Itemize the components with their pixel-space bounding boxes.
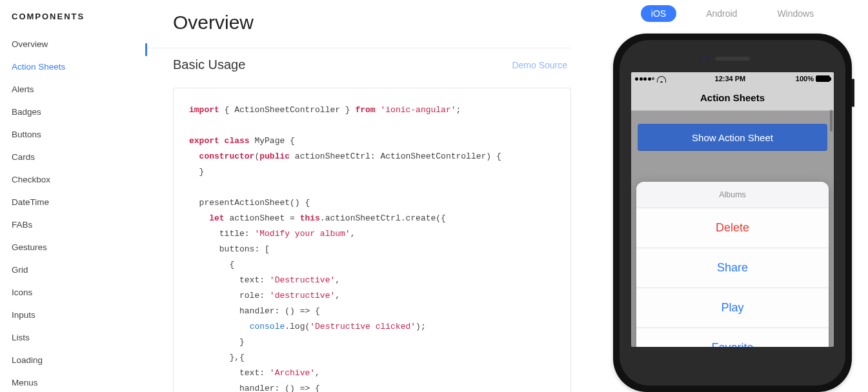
sidebar-item-alerts[interactable]: Alerts xyxy=(12,78,145,101)
code-token: this xyxy=(300,213,320,223)
code-token: 'destructive' xyxy=(270,291,335,300)
status-time: 12:34 PM xyxy=(715,75,746,83)
sidebar: COMPONENTS Overview Action Sheets Alerts… xyxy=(0,0,145,392)
code-token: class xyxy=(219,136,250,146)
preview-column: iOS Android Windows 12:34 xyxy=(597,0,868,392)
section-indicator xyxy=(145,43,147,56)
code-token: },{ xyxy=(189,353,245,362)
section-title: Basic Usage xyxy=(173,57,245,72)
code-token: { xyxy=(189,260,234,270)
action-sheet-button-play[interactable]: Play xyxy=(636,288,829,328)
action-sheet-title: Albums xyxy=(636,182,829,208)
sidebar-item-overview[interactable]: Overview xyxy=(12,33,145,55)
sidebar-item-buttons[interactable]: Buttons xyxy=(12,123,145,146)
sidebar-item-grid[interactable]: Grid xyxy=(12,259,145,281)
sidebar-item-action-sheets[interactable]: Action Sheets xyxy=(12,55,145,78)
code-token: ; xyxy=(456,105,461,115)
sidebar-item-badges[interactable]: Badges xyxy=(12,101,145,123)
signal-dots-icon xyxy=(635,77,654,81)
code-token xyxy=(189,322,250,331)
code-token: let xyxy=(189,213,225,223)
content: Overview Basic Usage Demo Source import … xyxy=(145,0,597,392)
phone-screen: 12:34 PM 100% Action Sheets Show Action … xyxy=(631,72,834,347)
sidebar-item-fabs[interactable]: FABs xyxy=(12,213,145,236)
code-token: buttons: [ xyxy=(189,244,270,254)
demo-source-link[interactable]: Demo Source xyxy=(512,60,571,70)
code-token: export xyxy=(189,136,219,146)
tab-android[interactable]: Android xyxy=(696,5,747,22)
code-token: actionSheet = xyxy=(225,213,300,223)
code-token: 'ionic-angular' xyxy=(376,105,456,115)
code-token: 'Archive' xyxy=(270,368,315,378)
app-header: Action Sheets xyxy=(631,85,834,111)
phone-camera-icon xyxy=(701,55,708,62)
phone-side-button xyxy=(852,79,854,107)
sidebar-item-checkbox[interactable]: Checkbox xyxy=(12,168,145,191)
phone-frame: 12:34 PM 100% Action Sheets Show Action … xyxy=(613,34,852,392)
code-token: title: xyxy=(189,229,254,239)
action-sheet-button-delete[interactable]: Delete xyxy=(636,208,829,248)
code-token: from xyxy=(355,105,375,115)
wifi-icon xyxy=(657,76,665,82)
code-token: handler: () => { xyxy=(189,306,320,316)
sidebar-item-gestures[interactable]: Gestures xyxy=(12,236,145,259)
status-bar: 12:34 PM 100% xyxy=(631,72,834,85)
tab-ios[interactable]: iOS xyxy=(641,5,676,22)
phone-speaker-icon xyxy=(715,57,750,61)
code-token: actionSheetCtrl: ActionSheetController) … xyxy=(290,152,501,161)
action-sheet-button-favorite[interactable]: Favorite xyxy=(636,328,829,347)
code-token: text: xyxy=(189,368,270,378)
sidebar-item-inputs[interactable]: Inputs xyxy=(12,304,145,326)
code-token: .actionSheetCtrl.create({ xyxy=(320,213,446,223)
page-title: Overview xyxy=(146,0,597,48)
code-token: role: xyxy=(189,291,270,300)
code-token: } xyxy=(189,167,204,177)
show-action-sheet-button[interactable]: Show Action Sheet xyxy=(638,124,827,151)
code-token: console xyxy=(250,322,285,331)
code-token: text: xyxy=(189,275,270,285)
sidebar-item-menus[interactable]: Menus xyxy=(12,371,145,392)
scrollbar[interactable] xyxy=(830,110,833,132)
code-token: constructor xyxy=(189,152,254,161)
code-token: , xyxy=(350,229,356,239)
code-token: 'Destructive' xyxy=(270,275,335,285)
tab-windows[interactable]: Windows xyxy=(767,5,824,22)
code-token: } xyxy=(189,337,245,347)
sidebar-item-icons[interactable]: Icons xyxy=(12,281,145,304)
code-token: , xyxy=(335,275,340,285)
code-token: ); xyxy=(416,322,426,331)
code-token: public xyxy=(259,152,290,161)
code-token: presentActionSheet() { xyxy=(189,198,310,208)
code-token: 'Destructive clicked' xyxy=(310,322,416,331)
main: Overview Basic Usage Demo Source import … xyxy=(145,0,868,392)
code-token: handler: () => { xyxy=(189,384,320,392)
code-token: { ActionSheetController } xyxy=(219,105,356,115)
code-token: , xyxy=(335,291,340,300)
sidebar-item-cards[interactable]: Cards xyxy=(12,146,145,168)
code-token: .log( xyxy=(285,322,310,331)
code-token: , xyxy=(315,368,320,378)
code-token: 'Modify your album' xyxy=(254,229,350,239)
action-sheet-button-share[interactable]: Share xyxy=(636,248,829,288)
action-sheet: Albums Delete Share Play Favorite xyxy=(636,182,829,347)
code-token: MyPage { xyxy=(250,136,295,146)
platform-tabs: iOS Android Windows xyxy=(641,5,824,22)
sidebar-item-datetime[interactable]: DateTime xyxy=(12,191,145,213)
sidebar-title: COMPONENTS xyxy=(12,0,145,33)
sidebar-item-loading[interactable]: Loading xyxy=(12,349,145,371)
sidebar-item-lists[interactable]: Lists xyxy=(12,326,145,349)
battery-percent: 100% xyxy=(796,75,814,83)
code-block: import { ActionSheetController } from 'i… xyxy=(173,88,571,392)
code-token: import xyxy=(189,105,219,115)
battery-icon xyxy=(816,75,830,82)
